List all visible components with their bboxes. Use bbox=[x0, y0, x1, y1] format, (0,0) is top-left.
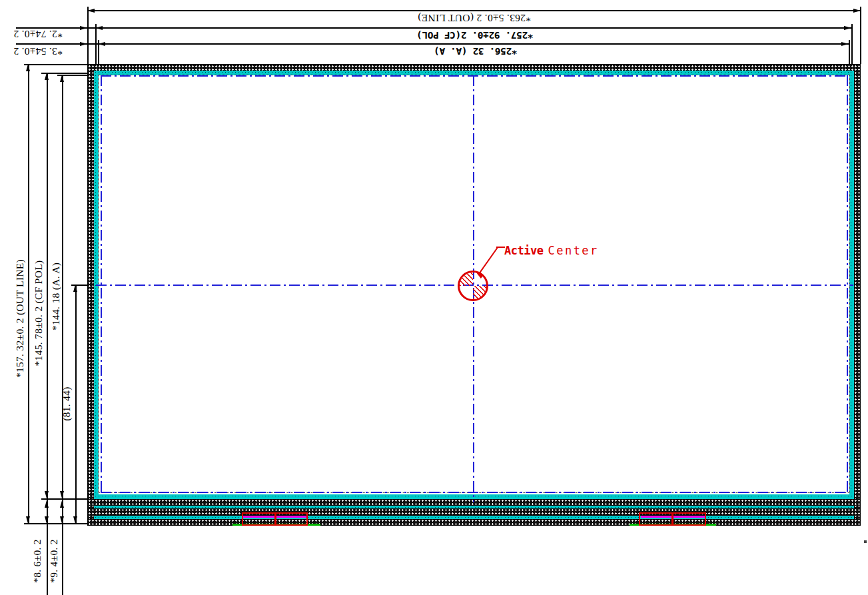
arrow-left-icon bbox=[98, 42, 105, 46]
arrow-up-icon bbox=[73, 285, 77, 292]
cf-pol-band-right bbox=[849, 71, 854, 494]
connector-divider-left bbox=[274, 512, 276, 526]
dim-label-cfpol-height: *145. 78±0. 2 (CF POL) bbox=[33, 261, 45, 366]
extension-line bbox=[851, 24, 853, 69]
dim-label-outline-width: *263. 5±0. 2 (OUT LINE) bbox=[418, 12, 531, 24]
panel-seal-band-right bbox=[854, 65, 860, 525]
dim-line-outline-width bbox=[87, 10, 861, 11]
active-center-symbol bbox=[458, 271, 488, 301]
extension-line bbox=[24, 64, 87, 65]
dim-line-aa-width bbox=[16, 43, 849, 45]
arrow-up-icon bbox=[26, 64, 30, 71]
dim-label-aa-width: *256. 32 (A. A) bbox=[434, 46, 518, 57]
dim-label-center-to-bottom: (81. 44) bbox=[61, 386, 73, 420]
extension-line bbox=[87, 7, 89, 64]
extension-line bbox=[41, 498, 87, 500]
dim-label-aa-height: *144. 18 (A. A) bbox=[50, 263, 62, 330]
ledge-band-black bbox=[88, 519, 860, 525]
arrow-right-icon bbox=[80, 42, 87, 46]
panel-seal-band-top bbox=[88, 65, 860, 71]
dim-line-center-to-bottom bbox=[75, 285, 77, 524]
arrow-down-icon bbox=[60, 491, 64, 498]
dim-label-cfpol-width: *257. 92±0. 2(CF POL) bbox=[417, 30, 534, 41]
arrow-left-icon bbox=[87, 9, 95, 13]
arrow-down-icon bbox=[45, 491, 49, 498]
extension-line bbox=[860, 7, 861, 64]
panel-seal-band-left bbox=[88, 65, 94, 525]
dim-label-left-aa-offset: *3. 54±0. 2 bbox=[13, 45, 63, 57]
arrow-up-icon bbox=[60, 75, 64, 82]
active-center-label-bold: Active bbox=[504, 244, 543, 257]
active-center-label-regular: Center bbox=[548, 244, 598, 257]
dim-label-bottom-aa-gap: *9. 4±0. 2 bbox=[48, 539, 60, 583]
dim-label-bottom-cfpol-gap: *8. 6±0. 2 bbox=[31, 539, 43, 583]
ledge-band-black bbox=[88, 508, 860, 516]
arrow-left-icon bbox=[95, 26, 103, 30]
connector-divider-right bbox=[671, 512, 673, 526]
lcd-panel-outline-drawing: *263. 5±0. 2 (OUT LINE) *257. 92±0. 2(CF… bbox=[0, 0, 868, 595]
stray-mark bbox=[864, 540, 867, 543]
arrow-up-icon bbox=[45, 73, 49, 80]
dim-line-outline-height bbox=[28, 64, 29, 524]
active-center-label: ActiveCenter bbox=[504, 244, 599, 257]
extension-line bbox=[24, 523, 87, 524]
arrow-right-icon bbox=[844, 26, 851, 30]
arrow-up-icon bbox=[60, 500, 64, 508]
dim-label-left-bezel: *2. 74±0. 2 bbox=[13, 28, 63, 40]
dim-label-outline-height: *157. 32±0. 2 (OUT LINE) bbox=[14, 259, 26, 378]
arrow-up-icon bbox=[45, 500, 49, 508]
dim-line-cfpol-width bbox=[16, 27, 852, 29]
arrow-right-icon bbox=[841, 42, 849, 46]
extension-line bbox=[95, 24, 97, 69]
active-center-hatch-quadrant bbox=[460, 273, 473, 286]
arrow-right-icon bbox=[80, 26, 87, 30]
